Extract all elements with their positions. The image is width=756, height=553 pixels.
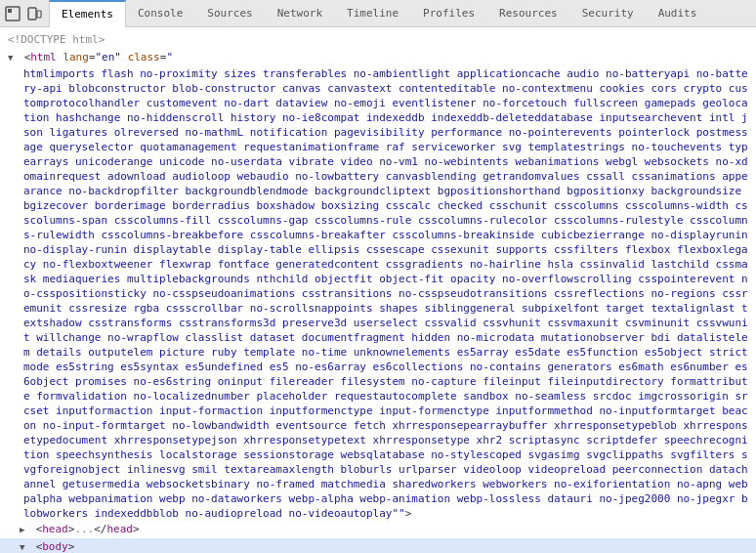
tab-network[interactable]: Network (266, 0, 335, 27)
body-expand-toggle[interactable]: ▼ (20, 539, 29, 553)
svg-rect-2 (28, 8, 36, 20)
tab-profiles[interactable]: Profiles (411, 0, 487, 27)
html-element-line[interactable]: ▼ <html lang="en" class=" (0, 49, 756, 66)
tab-timeline[interactable]: Timeline (335, 0, 411, 27)
head-element-line[interactable]: ▶ <head>...</head> (0, 521, 756, 538)
device-icon[interactable] (25, 5, 43, 22)
doctype-text: <!DOCTYPE html> (8, 33, 105, 46)
head-expand-toggle[interactable]: ▶ (20, 522, 29, 537)
head-ellipsis: ... (74, 523, 94, 535)
html-class-value: htmlimports flash no-proximity sizes tra… (0, 66, 756, 521)
html-class-text: htmlimports flash no-proximity sizes tra… (23, 67, 748, 520)
html-tag-name: html (30, 51, 57, 64)
svg-rect-1 (8, 9, 12, 13)
tab-console[interactable]: Console (126, 0, 195, 27)
body-tag-open: body (42, 540, 68, 553)
tab-resources[interactable]: Resources (487, 0, 570, 27)
tab-elements[interactable]: Elements (49, 0, 126, 27)
head-tag: head (42, 523, 68, 535)
tab-security[interactable]: Security (570, 0, 647, 27)
svg-rect-3 (37, 11, 41, 18)
tab-audits[interactable]: Audits (647, 0, 710, 27)
body-element-line[interactable]: ▼ <body> (0, 538, 756, 553)
toolbar-icons (4, 5, 43, 22)
doctype-line: <!DOCTYPE html> (0, 31, 756, 49)
tab-sources[interactable]: Sources (195, 0, 265, 27)
inspect-icon[interactable] (4, 5, 21, 22)
elements-panel: <!DOCTYPE html> ▼ <html lang="en" class=… (0, 27, 756, 553)
html-expand-toggle[interactable]: ▼ (8, 50, 18, 65)
tab-bar: Elements Console Sources Network Timelin… (0, 0, 756, 27)
